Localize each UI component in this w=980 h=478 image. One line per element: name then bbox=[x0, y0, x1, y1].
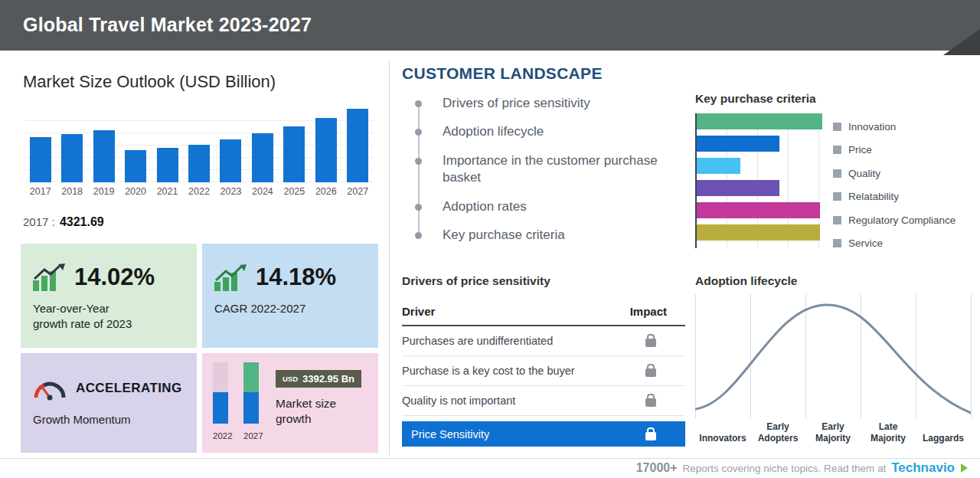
table-row: Purchases are undifferentiated bbox=[402, 326, 685, 356]
landscape-item-purchase-criteria: Key purchase criteria bbox=[415, 227, 668, 244]
yoy-growth-card: 14.02% Year-over-Year growth rate of 202… bbox=[21, 244, 197, 348]
market-bar-2025: 2025 bbox=[279, 109, 310, 182]
purchase-criteria-chart bbox=[695, 113, 822, 248]
driver-label: Purchases are undifferentiated bbox=[402, 335, 553, 347]
purchase-criteria-legend: InnovationPriceQualityRelatabilityRegula… bbox=[833, 115, 956, 255]
legend-item: Quality bbox=[833, 162, 956, 185]
stage-label-early-adopters: Early Adopters bbox=[750, 421, 805, 444]
base-year-label: 2017 bbox=[23, 215, 48, 228]
yoy-growth-value: 14.02% bbox=[74, 264, 155, 291]
growth-amount-badge: USD 3392.95 Bn bbox=[276, 370, 361, 388]
footer-text: Reports covering niche topics. Read them… bbox=[683, 463, 887, 474]
legend-label: Quality bbox=[848, 168, 880, 179]
footer: 17000+ Reports covering niche topics. Re… bbox=[636, 460, 968, 476]
lock-icon bbox=[645, 398, 656, 407]
market-size-title: Market Size Outlook (USD Billion) bbox=[23, 72, 276, 92]
market-bar-2027: 2027 bbox=[342, 109, 374, 182]
mini-year-label: 2022 bbox=[213, 431, 228, 440]
market-year-label: 2017 bbox=[24, 186, 56, 197]
growth-badge-currency: USD bbox=[283, 375, 298, 383]
mini-bar-column bbox=[243, 362, 259, 424]
driver-label: Quality is not important bbox=[402, 395, 515, 407]
lock-icon bbox=[645, 339, 656, 347]
legend-label: Innovation bbox=[848, 121, 896, 133]
market-bar-2021: 2021 bbox=[152, 109, 183, 182]
criteria-bar-service bbox=[697, 224, 820, 241]
infographic-page: Global Travel Market 2023-2027 Market Si… bbox=[0, 0, 980, 478]
stage-label-early-majority: Early Majority bbox=[805, 421, 861, 444]
gauge-icon bbox=[33, 376, 67, 401]
legend-label: Price bbox=[848, 144, 872, 156]
legend-item: Price bbox=[833, 139, 956, 162]
criteria-bar-quality bbox=[697, 158, 740, 174]
column-impact: Impact bbox=[630, 305, 667, 318]
mini-bar-column bbox=[213, 362, 228, 424]
market-year-label: 2027 bbox=[342, 186, 374, 197]
purchase-criteria-title: Key purchase criteria bbox=[695, 92, 816, 106]
table-row: Purchase is a key cost to the buyer bbox=[402, 356, 685, 386]
legend-marker-icon bbox=[833, 216, 841, 224]
lock-icon bbox=[645, 432, 656, 440]
landscape-item-price-sensitivity: Drivers of price sensitivity bbox=[415, 95, 668, 112]
market-year-label: 2022 bbox=[183, 186, 214, 197]
criteria-bar-innovation bbox=[697, 113, 822, 129]
report-count: 17000+ bbox=[636, 461, 678, 475]
market-year-label: 2024 bbox=[247, 186, 278, 197]
adoption-lifecycle-chart bbox=[695, 294, 972, 418]
legend-marker-icon bbox=[833, 239, 841, 247]
market-bar-2023: 2023 bbox=[215, 109, 247, 182]
legend-item: Relatability bbox=[833, 185, 956, 209]
criteria-bar-price bbox=[697, 136, 779, 152]
market-bar-2017: 2017 bbox=[24, 109, 56, 182]
base-year-value: 2017 : 4321.69 bbox=[23, 215, 104, 229]
section-divider bbox=[389, 61, 390, 456]
cagr-card: 14.18% CAGR 2022-2027 bbox=[202, 244, 378, 348]
stage-label-laggards: Laggards bbox=[916, 433, 971, 444]
legend-marker-icon bbox=[833, 123, 841, 131]
growth-desc: Market size growth bbox=[276, 396, 352, 427]
technavio-arrow-icon bbox=[961, 463, 968, 473]
table-row: Quality is not important bbox=[402, 386, 685, 416]
column-driver: Driver bbox=[402, 305, 435, 318]
base-year-amount: 4321.69 bbox=[60, 215, 104, 228]
mini-year-label: 2027 bbox=[243, 431, 259, 440]
legend-item: Service bbox=[833, 232, 956, 256]
table-header: Driver Impact bbox=[402, 299, 685, 326]
technavio-logo[interactable]: Technavio bbox=[891, 460, 955, 476]
price-sensitivity-highlight-row: Price Sensitivity bbox=[402, 421, 685, 447]
legend-item: Innovation bbox=[833, 115, 956, 139]
driver-label: Purchase is a key cost to the buyer bbox=[402, 365, 575, 377]
landscape-item-adoption-rates: Adoption rates bbox=[415, 198, 668, 215]
legend-marker-icon bbox=[833, 146, 841, 154]
footer-divider bbox=[0, 458, 980, 459]
market-bar-2026: 2026 bbox=[310, 109, 341, 182]
criteria-bar-regulatory-compliance bbox=[697, 202, 820, 218]
lock-icon bbox=[645, 368, 656, 377]
price-sensitivity-title: Drivers of price sensitivity bbox=[402, 274, 550, 288]
highlight-label: Price Sensitivity bbox=[411, 428, 489, 440]
market-year-label: 2026 bbox=[310, 186, 341, 197]
cagr-desc: CAGR 2022-2027 bbox=[214, 301, 366, 316]
market-bar-2024: 2024 bbox=[247, 109, 278, 182]
legend-label: Regulatory Compliance bbox=[848, 214, 956, 226]
landscape-item-adoption-lifecycle: Adoption lifecycle bbox=[415, 123, 668, 140]
landscape-list: Drivers of price sensitivity Adoption li… bbox=[415, 95, 668, 256]
legend-marker-icon bbox=[833, 192, 841, 201]
market-year-label: 2018 bbox=[56, 186, 87, 197]
legend-label: Service bbox=[848, 237, 883, 249]
market-year-label: 2019 bbox=[88, 186, 119, 197]
header: Global Travel Market 2023-2027 bbox=[0, 0, 980, 51]
base-year-separator: : bbox=[52, 215, 55, 228]
page-title: Global Travel Market 2023-2027 bbox=[0, 0, 980, 49]
legend-label: Relatability bbox=[848, 191, 899, 202]
adoption-stage-labels: InnovatorsEarly AdoptersEarly MajorityLa… bbox=[695, 421, 972, 444]
market-bar-2020: 2020 bbox=[119, 109, 151, 182]
growth-badge-value: 3392.95 Bn bbox=[302, 373, 354, 385]
yoy-growth-desc-line2: growth rate of 2023 bbox=[33, 316, 185, 332]
legend-item: Regulatory Compliance bbox=[833, 208, 956, 232]
landscape-item-purchase-basket: Importance in the customer purchase bask… bbox=[415, 152, 668, 187]
cagr-value: 14.18% bbox=[256, 264, 336, 291]
market-size-chart: 2017201820192020202120222023202420252026… bbox=[24, 109, 374, 182]
legend-marker-icon bbox=[833, 169, 841, 178]
growth-mini-chart bbox=[213, 362, 259, 424]
